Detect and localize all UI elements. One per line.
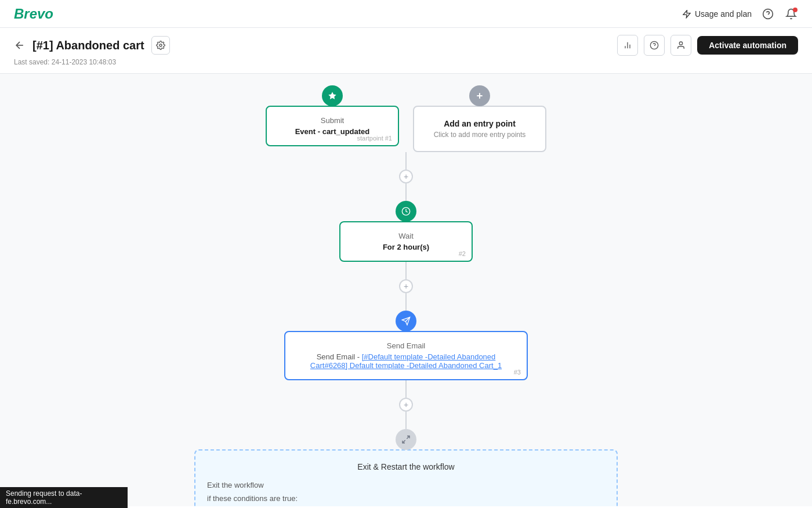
workflow-container: Submit Event - cart_updated startpoint #…: [0, 85, 812, 506]
wait-node-badge: #2: [459, 250, 466, 257]
exit-node-icon: [396, 429, 416, 450]
exit-node-card[interactable]: Exit & Restart the workflow Exit the wor…: [194, 449, 618, 506]
exit-node-condition: if these conditions are true:: [207, 494, 605, 503]
connector-line-3: [405, 380, 407, 398]
connector-2: +: [399, 262, 413, 311]
lightning-icon: [682, 9, 691, 19]
entry-node-card[interactable]: Submit Event - cart_updated startpoint #…: [266, 106, 399, 146]
usage-plan-label: Usage and plan: [695, 9, 752, 19]
connector-line-2: [405, 262, 407, 279]
connector-1: +: [399, 152, 413, 201]
page-title: [#1] Abandoned cart: [32, 39, 144, 52]
wait-node-card[interactable]: Wait For 2 hour(s) #2: [339, 221, 473, 262]
add-entry-node-wrapper: Add an entry point Click to add more ent…: [413, 85, 546, 152]
person-button[interactable]: [670, 35, 691, 56]
send-email-value-prefix: Send Email -: [317, 352, 360, 361]
title-right: Activate automation: [617, 35, 798, 56]
send-email-prefix: Send Email - [#Default template -Detaile…: [297, 352, 515, 370]
svg-point-3: [160, 44, 162, 46]
add-entry-node-icon: [469, 85, 490, 106]
header-right: Usage and plan: [682, 7, 798, 21]
add-step-2[interactable]: +: [399, 279, 413, 293]
connector-line-3b: [405, 412, 407, 429]
entry-points-row: Submit Event - cart_updated startpoint #…: [266, 85, 546, 152]
main-header: Brevo Usage and plan: [0, 0, 812, 28]
help-button[interactable]: [644, 35, 665, 56]
send-email-node-card[interactable]: Send Email Send Email - [#Default templa…: [284, 331, 528, 380]
last-saved-text: Last saved: 24-11-2023 10:48:03: [14, 58, 798, 66]
title-left: [#1] Abandoned cart: [14, 36, 170, 55]
back-button[interactable]: [14, 39, 26, 51]
svg-line-16: [407, 436, 409, 439]
connector-3: +: [399, 380, 413, 429]
brevo-logo: Brevo: [14, 6, 53, 22]
usage-plan-link[interactable]: Usage and plan: [682, 9, 752, 19]
help-icon-btn[interactable]: [761, 7, 775, 21]
wait-node-wrapper: Wait For 2 hour(s) #2: [339, 201, 473, 262]
status-text: Sending request to data-fe.brevo.com...: [6, 489, 82, 506]
svg-line-17: [403, 440, 405, 443]
activate-automation-button[interactable]: Activate automation: [697, 36, 798, 55]
entry-node-wrapper: Submit Event - cart_updated startpoint #…: [266, 85, 399, 146]
send-email-node-wrapper: Send Email Send Email - [#Default templa…: [284, 311, 528, 380]
entry-node-badge: startpoint #1: [357, 135, 392, 142]
notification-badge: [793, 8, 798, 12]
sub-header: [#1] Abandoned cart: [0, 28, 812, 74]
add-step-1[interactable]: +: [399, 170, 413, 183]
wait-node-value: For 2 hour(s): [352, 243, 460, 251]
exit-node-sub: Exit the workflow: [207, 481, 605, 489]
workflow-canvas: Submit Event - cart_updated startpoint #…: [0, 74, 812, 506]
add-entry-title: Add an entry point: [444, 119, 516, 128]
send-email-label: Send Email: [297, 341, 515, 350]
entry-node-label: Submit: [278, 116, 386, 125]
entry-node-icon: [322, 85, 343, 106]
connector-line-2b: [405, 293, 407, 311]
title-row: [#1] Abandoned cart: [14, 35, 798, 56]
svg-marker-10: [328, 92, 336, 99]
send-email-badge: #3: [514, 369, 521, 376]
send-email-node-icon: [396, 311, 416, 332]
connector-line-1b: [405, 183, 407, 201]
entry-node-value-label: Event: [295, 127, 316, 136]
wait-node-icon: [396, 201, 416, 222]
svg-point-9: [680, 42, 683, 45]
status-bar: Sending request to data-fe.brevo.com...: [0, 487, 128, 508]
chart-button[interactable]: [617, 35, 638, 56]
add-entry-subtitle: Click to add more entry points: [434, 131, 526, 139]
add-step-3[interactable]: +: [399, 398, 413, 412]
exit-node-title: Exit & Restart the workflow: [207, 462, 605, 471]
wait-node-label: Wait: [352, 232, 460, 240]
add-entry-node-card[interactable]: Add an entry point Click to add more ent…: [413, 106, 546, 152]
exit-node-wrapper: Exit & Restart the workflow Exit the wor…: [194, 429, 618, 506]
settings-button[interactable]: [151, 36, 170, 55]
notification-icon-btn[interactable]: [784, 7, 798, 21]
connector-line-1: [405, 152, 407, 170]
